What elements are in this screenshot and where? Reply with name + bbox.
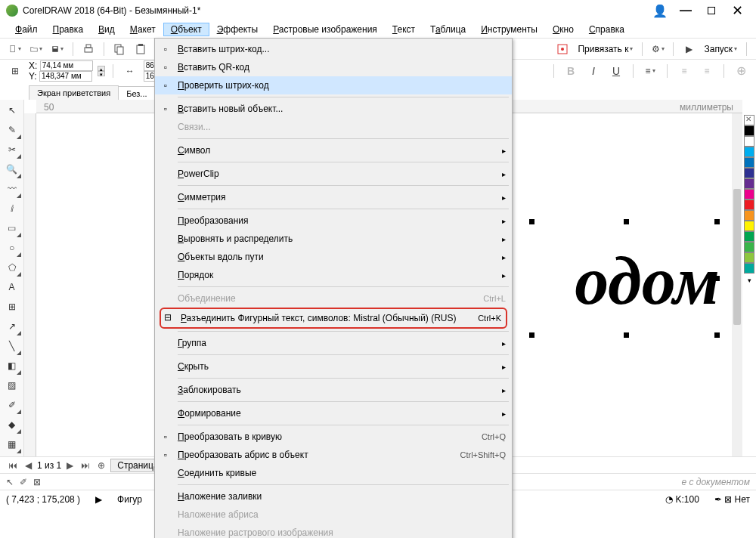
new-button[interactable] <box>6 41 24 57</box>
y-input[interactable] <box>39 71 92 82</box>
color-swatch[interactable] <box>744 136 754 147</box>
color-swatch[interactable] <box>744 210 754 221</box>
menu-item[interactable]: Соединить кривые <box>155 464 512 482</box>
color-swatch[interactable] <box>744 252 754 263</box>
underline-button[interactable]: U <box>607 63 625 79</box>
eyedropper-tool[interactable]: ✐ <box>3 396 21 414</box>
selection-handle[interactable] <box>714 332 720 338</box>
menu-item[interactable]: Симметрия <box>155 188 512 206</box>
zoom-tool[interactable]: 🔍 <box>3 160 21 178</box>
pos-spinner[interactable]: ▴▾ <box>98 66 105 76</box>
maximize-button[interactable] <box>699 4 724 17</box>
artistic-tool[interactable]: ⅈ <box>3 199 21 218</box>
color-swatch[interactable] <box>744 147 754 157</box>
menu-item[interactable]: Преобразования <box>155 212 512 230</box>
menu-object[interactable]: Объект <box>163 23 209 36</box>
menu-item[interactable]: Формирование <box>155 404 512 422</box>
artistic-text-object[interactable]: одом <box>575 242 720 320</box>
connector-tool[interactable]: ╲ <box>3 337 21 355</box>
menu-item[interactable]: ▫Преобразовать в кривуюCtrl+Q <box>155 428 512 446</box>
ruler-vertical[interactable] <box>24 113 36 456</box>
minimize-button[interactable]: — <box>673 4 699 17</box>
menu-item[interactable]: Наложение заливки <box>155 487 512 506</box>
menu-item[interactable]: Группа <box>155 334 512 352</box>
indent-button[interactable]: ≡ <box>698 63 716 79</box>
copy-button[interactable] <box>110 41 129 57</box>
crop-tool[interactable]: ✂ <box>3 141 21 159</box>
color-swatch[interactable] <box>744 157 754 168</box>
menu-view[interactable]: Вид <box>91 23 122 36</box>
fill-tool[interactable]: ◆ <box>3 416 21 434</box>
color-swatch[interactable] <box>744 263 754 274</box>
tab-welcome[interactable]: Экран приветствия <box>29 85 119 100</box>
snap-dropdown[interactable]: Привязать к <box>575 44 636 54</box>
options-button[interactable]: ⚙ <box>649 41 667 57</box>
selection-handle[interactable] <box>714 276 720 281</box>
menu-tools[interactable]: Инструменты <box>473 23 545 36</box>
add-button[interactable]: ⊕ <box>732 63 750 79</box>
save-button[interactable] <box>48 41 67 57</box>
table-tool[interactable]: ⊞ <box>3 298 21 316</box>
snap-icon[interactable] <box>553 41 572 57</box>
color-swatch[interactable] <box>744 168 754 178</box>
next-icon[interactable]: ▶ <box>95 494 102 505</box>
menu-break-apart[interactable]: ⊟Разъединить Фигурный текст, символов: M… <box>160 308 507 329</box>
tab-document[interactable]: Без... <box>118 86 155 100</box>
color-swatch[interactable] <box>744 242 754 252</box>
delete-icon[interactable]: ⊠ <box>33 477 41 487</box>
menu-effects[interactable]: Эффекты <box>209 23 266 36</box>
print-button[interactable] <box>79 41 98 57</box>
freehand-tool[interactable]: 〰 <box>3 180 21 198</box>
menu-window[interactable]: Окно <box>545 23 581 36</box>
selection-handle[interactable] <box>624 219 629 224</box>
selection-handle[interactable] <box>624 332 629 338</box>
menu-file[interactable]: Файл <box>8 23 45 36</box>
menu-item[interactable]: Выровнять и распределить <box>155 230 512 248</box>
ellipse-tool[interactable]: ○ <box>3 239 21 257</box>
bold-button[interactable]: B <box>562 63 580 79</box>
selection-handle[interactable] <box>529 219 534 224</box>
selection-handle[interactable] <box>529 332 534 338</box>
color-swatch[interactable] <box>744 125 754 136</box>
polygon-tool[interactable]: ⬠ <box>3 258 21 277</box>
close-button[interactable]: ✕ <box>724 2 750 19</box>
color-swatch[interactable] <box>744 231 754 242</box>
menu-item[interactable]: Объекты вдоль пути <box>155 248 512 266</box>
menu-text[interactable]: Текст <box>385 23 423 36</box>
menu-item[interactable]: ▫Вставить новый объект... <box>155 100 512 118</box>
dimension-tool[interactable]: ↗ <box>3 317 21 335</box>
align-button[interactable]: ≡ <box>641 63 659 79</box>
menu-item[interactable]: Скрыть <box>155 357 512 376</box>
page-last[interactable]: ⏭ <box>79 460 92 471</box>
page-first[interactable]: ⏮ <box>6 460 20 471</box>
menu-item[interactable]: ▫Вставить штрих-код... <box>155 40 512 58</box>
menu-edit[interactable]: Правка <box>45 23 91 36</box>
page-prev[interactable]: ◀ <box>23 460 34 471</box>
palette-scroll[interactable]: ▾ <box>748 277 751 284</box>
color-swatch[interactable] <box>744 189 754 199</box>
outline-tool[interactable]: ▦ <box>3 435 21 453</box>
launch-icon[interactable]: ▶ <box>680 41 698 57</box>
italic-button[interactable]: I <box>584 63 603 79</box>
menu-bitmaps[interactable]: Растровые изображения <box>265 23 385 36</box>
color-swatch[interactable] <box>744 178 754 189</box>
menu-item[interactable]: ▫Вставить QR-код <box>155 58 512 76</box>
menu-item[interactable]: ▫Проверить штрих-код <box>155 76 512 94</box>
page-next[interactable]: ▶ <box>64 460 76 471</box>
color-swatch[interactable] <box>744 199 754 210</box>
menu-item[interactable]: ▫Преобразовать абрис в объектCtrl+Shift+… <box>155 446 512 464</box>
page-add[interactable]: ⊕ <box>95 460 107 471</box>
paste-button[interactable] <box>132 41 150 57</box>
menu-item[interactable]: Символ <box>155 141 512 159</box>
menu-table[interactable]: Таблица <box>423 23 473 36</box>
list-button[interactable]: ≡ <box>675 63 693 79</box>
menu-layout[interactable]: Макет <box>122 23 163 36</box>
user-icon[interactable]: 👤 <box>647 4 673 18</box>
shape-tool[interactable]: ✎ <box>3 121 21 139</box>
x-input[interactable] <box>40 60 93 71</box>
transparency-tool[interactable]: ▨ <box>3 376 21 394</box>
menu-item[interactable]: Порядок <box>155 266 512 284</box>
color-swatch[interactable] <box>744 221 754 231</box>
rectangle-tool[interactable]: ▭ <box>3 219 21 237</box>
launch-dropdown[interactable]: Запуск <box>701 44 740 54</box>
